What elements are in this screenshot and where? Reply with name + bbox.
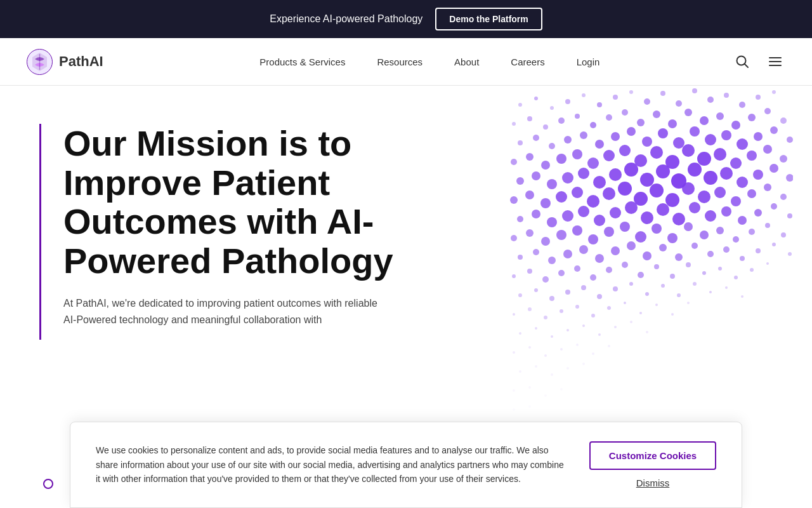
svg-point-192 [629, 282, 633, 286]
pathai-logo-icon [25, 48, 54, 76]
svg-point-33 [653, 110, 660, 118]
search-icon [735, 55, 749, 69]
svg-point-16 [660, 91, 665, 96]
customize-cookies-button[interactable]: Customize Cookies [589, 441, 716, 470]
svg-point-150 [518, 255, 523, 260]
svg-point-114 [517, 216, 523, 222]
svg-point-197 [709, 291, 712, 293]
svg-point-43 [533, 135, 539, 141]
svg-point-41 [780, 117, 787, 124]
svg-point-21 [739, 102, 745, 108]
cookie-text: We use cookies to personalize content an… [96, 443, 564, 486]
svg-point-36 [700, 116, 709, 125]
svg-point-139 [620, 222, 630, 232]
svg-point-224 [560, 348, 563, 351]
svg-point-206 [607, 306, 611, 310]
svg-point-17 [676, 100, 682, 107]
svg-point-195 [677, 293, 681, 297]
cookie-actions: Customize Cookies Dismiss [589, 441, 716, 488]
svg-point-24 [512, 122, 516, 126]
svg-point-159 [659, 244, 667, 251]
svg-point-57 [754, 132, 763, 141]
svg-point-122 [641, 211, 653, 224]
svg-point-63 [556, 154, 566, 164]
svg-point-231 [566, 367, 569, 370]
svg-point-183 [750, 268, 754, 272]
nav-resources[interactable]: Resources [361, 50, 438, 74]
svg-point-155 [595, 254, 604, 263]
dismiss-button[interactable]: Dismiss [636, 478, 670, 488]
svg-point-85 [624, 163, 638, 177]
svg-point-208 [639, 312, 642, 314]
svg-point-96 [510, 196, 518, 204]
svg-point-123 [657, 203, 669, 216]
svg-point-84 [609, 168, 622, 181]
svg-point-45 [564, 136, 572, 144]
svg-point-12 [597, 102, 602, 107]
svg-point-174 [606, 267, 612, 273]
svg-point-124 [672, 213, 685, 225]
svg-point-157 [627, 241, 636, 250]
svg-point-196 [693, 282, 697, 286]
search-button[interactable] [731, 50, 754, 73]
nav-login[interactable]: Login [561, 50, 616, 74]
svg-point-89 [688, 163, 702, 177]
svg-point-213 [535, 327, 537, 330]
svg-point-228 [519, 370, 521, 373]
svg-point-169 [527, 269, 532, 274]
heading-line1: Our Mission is to [63, 123, 351, 163]
svg-point-56 [737, 138, 748, 150]
svg-point-19 [707, 97, 714, 103]
svg-point-9 [550, 106, 554, 110]
svg-point-203 [560, 309, 563, 313]
svg-point-66 [603, 150, 615, 161]
dot-pattern: dots pattern [508, 86, 793, 416]
nav-careers[interactable]: Careers [495, 50, 560, 74]
svg-point-156 [611, 246, 620, 255]
svg-point-177 [654, 264, 659, 269]
svg-point-219 [630, 321, 632, 323]
svg-point-207 [624, 302, 626, 304]
svg-point-87 [656, 164, 670, 178]
svg-point-201 [528, 307, 532, 311]
svg-point-131 [787, 213, 792, 218]
svg-point-67 [619, 145, 631, 156]
svg-point-136 [572, 225, 582, 236]
svg-point-210 [671, 313, 674, 316]
svg-point-130 [771, 203, 777, 210]
svg-point-107 [682, 182, 695, 195]
svg-point-54 [705, 134, 716, 145]
svg-point-234 [528, 386, 531, 389]
svg-point-143 [684, 222, 693, 231]
svg-point-109 [714, 187, 726, 198]
svg-point-229 [535, 365, 537, 368]
menu-button[interactable] [764, 50, 787, 73]
svg-point-211 [687, 302, 690, 304]
svg-point-217 [598, 333, 601, 336]
logo[interactable]: PathAI [25, 48, 103, 76]
demo-button[interactable]: Demo the Platform [435, 8, 542, 30]
svg-point-168 [512, 274, 516, 278]
nav-about[interactable]: About [438, 50, 495, 74]
svg-point-31 [622, 109, 628, 116]
svg-point-94 [769, 164, 778, 173]
svg-point-98 [540, 198, 551, 208]
svg-point-190 [597, 294, 602, 299]
svg-point-71 [682, 144, 695, 157]
svg-point-111 [747, 189, 756, 198]
svg-point-115 [532, 210, 540, 218]
svg-point-165 [756, 248, 761, 253]
banner-text: Experience AI-powered Pathology [270, 13, 422, 25]
svg-point-8 [534, 97, 538, 100]
svg-point-103 [618, 182, 632, 196]
svg-point-179 [686, 262, 691, 267]
svg-point-187 [549, 296, 554, 301]
svg-point-22 [756, 95, 761, 100]
svg-point-230 [551, 373, 553, 376]
svg-point-61 [526, 153, 534, 161]
svg-point-50 [642, 137, 652, 147]
nav-products-services[interactable]: Products & Services [244, 50, 361, 74]
logo-text: PathAI [59, 53, 103, 70]
svg-point-121 [625, 201, 638, 214]
svg-point-148 [765, 223, 770, 228]
